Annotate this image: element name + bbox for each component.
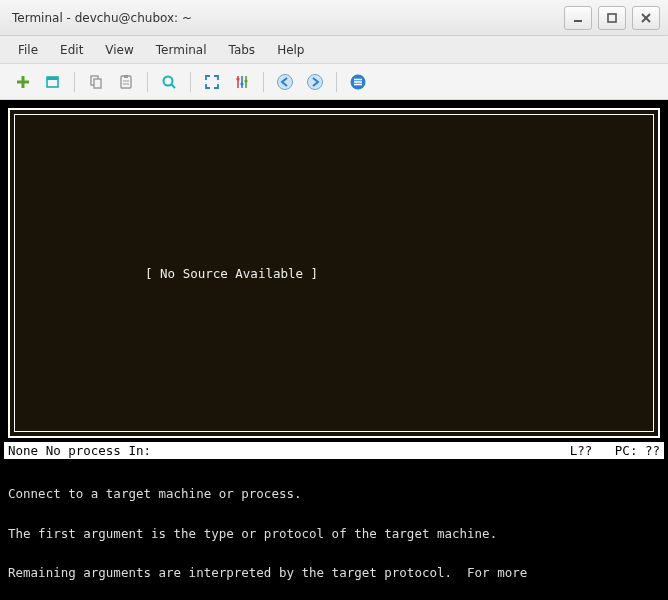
copy-icon [87, 73, 105, 91]
output-area[interactable]: Connect to a target machine or process. … [4, 459, 664, 596]
minimize-icon [571, 11, 585, 25]
arrow-right-icon [306, 73, 324, 91]
close-button[interactable] [632, 6, 660, 30]
status-bar: None No process In: L?? PC: ?? [4, 442, 664, 459]
fullscreen-button[interactable] [199, 69, 225, 95]
hamburger-icon [349, 73, 367, 91]
svg-line-15 [172, 84, 176, 88]
window-title: Terminal - devchu@chubox: ~ [12, 11, 564, 25]
menu-view[interactable]: View [95, 39, 143, 61]
window-controls [564, 6, 660, 30]
menubar: File Edit View Terminal Tabs Help [0, 36, 668, 64]
forward-button[interactable] [302, 69, 328, 95]
maximize-icon [605, 11, 619, 25]
menu-help[interactable]: Help [267, 39, 314, 61]
toolbar-separator [190, 72, 191, 92]
close-icon [639, 11, 653, 25]
output-line: The first argument is the type or protoc… [8, 527, 660, 540]
menu-terminal[interactable]: Terminal [146, 39, 217, 61]
plus-icon [14, 73, 32, 91]
source-panel-inner: [ No Source Available ] [14, 114, 654, 432]
svg-point-19 [236, 77, 239, 80]
sliders-icon [233, 73, 251, 91]
copy-button[interactable] [83, 69, 109, 95]
toolbar-separator [147, 72, 148, 92]
toolbar [0, 64, 668, 100]
svg-point-20 [240, 82, 243, 85]
no-source-message: [ No Source Available ] [145, 266, 318, 281]
back-button[interactable] [272, 69, 298, 95]
toolbar-separator [263, 72, 264, 92]
maximize-button[interactable] [598, 6, 626, 30]
menu-edit[interactable]: Edit [50, 39, 93, 61]
paste-button[interactable] [113, 69, 139, 95]
paste-icon [117, 73, 135, 91]
new-tab-button[interactable] [10, 69, 36, 95]
search-button[interactable] [156, 69, 182, 95]
svg-rect-11 [124, 75, 128, 78]
terminal-area[interactable]: [ No Source Available ] None No process … [0, 100, 668, 600]
menu-file[interactable]: File [8, 39, 48, 61]
fullscreen-icon [203, 73, 221, 91]
svg-point-21 [244, 79, 247, 82]
svg-rect-9 [94, 79, 101, 88]
new-window-icon [44, 73, 62, 91]
preferences-button[interactable] [229, 69, 255, 95]
menu-tabs[interactable]: Tabs [219, 39, 266, 61]
new-window-button[interactable] [40, 69, 66, 95]
svg-rect-7 [47, 77, 58, 80]
arrow-left-icon [276, 73, 294, 91]
svg-point-22 [278, 74, 293, 89]
titlebar: Terminal - devchu@chubox: ~ [0, 0, 668, 36]
status-right: L?? PC: ?? [570, 443, 660, 458]
search-icon [160, 73, 178, 91]
minimize-button[interactable] [564, 6, 592, 30]
svg-rect-1 [608, 14, 616, 22]
svg-point-14 [164, 76, 173, 85]
status-left: None No process In: [8, 443, 570, 458]
output-line: Connect to a target machine or process. [8, 487, 660, 500]
svg-point-23 [308, 74, 323, 89]
toolbar-separator [74, 72, 75, 92]
output-line: Remaining arguments are interpreted by t… [8, 566, 660, 579]
hamburger-menu-button[interactable] [345, 69, 371, 95]
toolbar-separator [336, 72, 337, 92]
source-panel: [ No Source Available ] [8, 108, 660, 438]
